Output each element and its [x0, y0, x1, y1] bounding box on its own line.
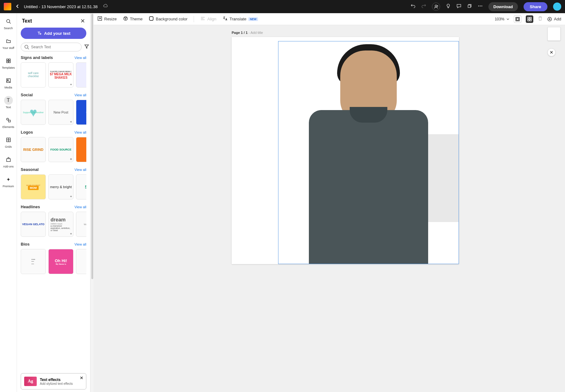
view-all-link[interactable]: View all: [74, 93, 86, 97]
close-panel-button[interactable]: ✕: [80, 18, 85, 24]
template-thumb[interactable]: FOOD SOURCE✦: [48, 137, 73, 162]
template-thumb[interactable]: dream/drēm/ nouna cherished aspiration, …: [48, 212, 73, 237]
theme-button[interactable]: Theme: [123, 16, 143, 22]
add-text-button[interactable]: Add your text: [21, 28, 86, 39]
back-button[interactable]: [15, 4, 20, 10]
text-effects-icon: Ag: [24, 377, 37, 386]
templates-icon: [6, 58, 11, 63]
template-thumb[interactable]: Women q: [76, 212, 86, 237]
svg-point-3: [480, 6, 481, 7]
grids-icon: [6, 137, 11, 142]
rail-templates[interactable]: Templates: [0, 56, 17, 69]
translate-button[interactable]: TranslateNEW: [223, 16, 258, 22]
text-effects-card[interactable]: Ag Text effects Add stylized text effect…: [21, 373, 86, 389]
template-thumb[interactable]: [76, 137, 86, 162]
selection-box[interactable]: [278, 41, 459, 264]
template-thumb[interactable]: [76, 249, 86, 274]
cloud-sync-icon[interactable]: [103, 3, 108, 10]
app-header: Untitled - 13 November 2023 at 12.51.38 …: [0, 0, 565, 13]
svg-rect-6: [7, 59, 8, 61]
svg-rect-24: [516, 18, 519, 20]
view-all-link[interactable]: View all: [74, 56, 86, 60]
svg-point-12: [7, 118, 8, 120]
page-thumbnail[interactable]: [547, 27, 561, 41]
search-icon: [24, 45, 29, 50]
template-thumb[interactable]: WORLD'S BESTMOM: [21, 174, 46, 199]
svg-rect-9: [9, 61, 10, 63]
panel-scrollbar[interactable]: [90, 13, 94, 392]
svg-point-16: [25, 45, 28, 48]
rail-elements[interactable]: Elements: [0, 116, 17, 129]
svg-point-0: [435, 5, 437, 7]
section-title: Headlines: [21, 204, 40, 209]
template-thumb[interactable]: ●●●━━━━: [21, 249, 46, 274]
template-thumb[interactable]: merry & bright✦: [48, 174, 73, 199]
canvas-area: Resize Theme Background color Align Tran…: [94, 13, 565, 392]
template-thumb[interactable]: Onl: [76, 100, 86, 125]
view-all-link[interactable]: View all: [74, 242, 86, 246]
view-all-link[interactable]: View all: [74, 168, 86, 172]
bgcolor-icon: [149, 16, 154, 22]
user-avatar[interactable]: [553, 3, 561, 11]
template-thumb[interactable]: SUI: [76, 174, 86, 199]
svg-point-21: [125, 19, 126, 19]
text-effects-subtitle: Add stylized text effects: [40, 382, 73, 385]
rail-media[interactable]: Media: [0, 76, 17, 89]
template-thumb[interactable]: RISE GRIND: [21, 137, 46, 162]
premium-badge-icon: ✦: [70, 83, 72, 86]
add-text-icon: [37, 31, 42, 36]
text-effects-close[interactable]: ✕: [80, 375, 83, 380]
resize-icon: [97, 16, 102, 22]
resize-button[interactable]: Resize: [97, 16, 117, 22]
artboard[interactable]: [232, 37, 459, 264]
more-icon[interactable]: [478, 3, 483, 10]
share-button[interactable]: Share: [524, 2, 547, 11]
page-label[interactable]: Page 1 / 1 - Add title: [232, 31, 263, 34]
bgcolor-button[interactable]: Background color: [149, 16, 187, 22]
rail-search[interactable]: Search: [0, 17, 17, 30]
delete-icon[interactable]: [538, 16, 543, 22]
panel-title: Text: [22, 18, 32, 24]
template-thumb[interactable]: New Post✦: [48, 100, 73, 125]
template-thumb[interactable]: FLAVORS CHANGE WEEKLY$7 MEGA MILK SHAKES…: [48, 62, 73, 87]
section-title: Bios: [21, 242, 30, 246]
rail-yourstuff[interactable]: Your stuff: [0, 37, 17, 50]
view-all-link[interactable]: View all: [74, 205, 86, 209]
comment-icon[interactable]: [456, 3, 461, 10]
document-title[interactable]: Untitled - 13 November 2023 at 12.51.38: [24, 4, 98, 9]
canvas-viewport[interactable]: Page 1 / 1 - Add title ✕: [94, 25, 565, 392]
undo-icon[interactable]: [411, 3, 416, 10]
grid-view-icon[interactable]: [526, 15, 533, 23]
layout-view-icon[interactable]: [514, 15, 521, 23]
premium-badge-icon: ✦: [70, 157, 72, 161]
search-field[interactable]: [31, 45, 78, 49]
close-thumbnails-button[interactable]: ✕: [547, 48, 556, 56]
translate-icon: [223, 16, 228, 22]
search-icon: [6, 19, 11, 24]
template-thumb[interactable]: VEGAN GELATO: [21, 212, 46, 237]
download-button[interactable]: Download: [488, 2, 518, 11]
addons-icon: [6, 157, 11, 162]
template-thumb[interactable]: Support One Another: [21, 100, 46, 125]
redo-icon[interactable]: [421, 3, 426, 10]
template-thumb[interactable]: self care checklist: [21, 62, 46, 87]
rail-premium[interactable]: ✦Premium: [0, 175, 17, 188]
add-page-button[interactable]: Add: [547, 17, 561, 22]
chevron-left-icon: [15, 4, 20, 9]
rail-grids[interactable]: Grids: [0, 135, 17, 148]
svg-rect-25: [528, 17, 529, 19]
bulb-icon[interactable]: [446, 3, 451, 10]
pages-icon[interactable]: [467, 3, 472, 10]
invite-icon[interactable]: [432, 3, 440, 11]
search-text-input[interactable]: [21, 43, 82, 51]
filter-icon[interactable]: [84, 44, 89, 50]
view-all-link[interactable]: View all: [74, 130, 86, 134]
zoom-dropdown[interactable]: 103%: [495, 17, 509, 21]
svg-rect-1: [468, 5, 471, 8]
rail-text[interactable]: TText: [0, 96, 17, 109]
template-thumb[interactable]: Oh Hi!My Name is: [48, 249, 73, 274]
svg-rect-8: [7, 61, 8, 63]
template-thumb[interactable]: [76, 62, 86, 87]
rail-addons[interactable]: Add-ons: [0, 155, 17, 168]
theme-icon: [123, 16, 128, 22]
